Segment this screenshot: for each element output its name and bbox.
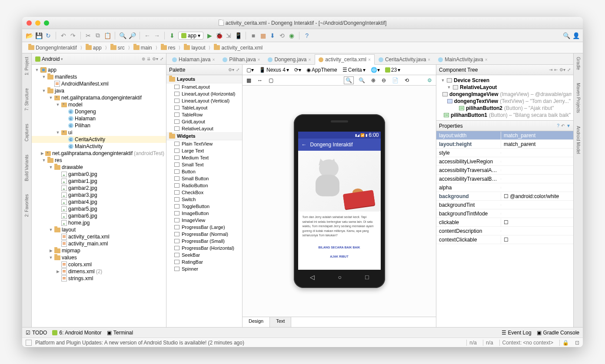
expand-icon[interactable]: ⇥ xyxy=(549,67,552,72)
tree-item[interactable]: activity_cerita.xml xyxy=(32,233,166,240)
avd-icon[interactable]: ▦ xyxy=(259,32,266,39)
gear-icon[interactable]: ⚙▾ xyxy=(228,67,234,72)
android-icon[interactable]: ◉ xyxy=(288,32,295,39)
replace-icon[interactable]: 🔎 xyxy=(129,32,136,39)
editor-tab[interactable]: activity_cerita.xml× xyxy=(315,54,375,65)
palette-item[interactable]: ProgressBar (Horizontal) xyxy=(166,245,242,251)
property-row[interactable]: clickable☐ xyxy=(436,218,573,227)
crumb[interactable]: layout xyxy=(181,44,208,52)
component-tree-item[interactable]: OKpilihanButton2 (Button) – "Ajak ribut" xyxy=(438,105,572,112)
palette-item[interactable]: ImageView xyxy=(166,217,242,224)
redo-icon[interactable]: ↷ xyxy=(70,32,76,39)
tree-item[interactable]: CMainActivity xyxy=(32,143,166,150)
open-icon[interactable]: 📂 xyxy=(26,32,33,39)
terminal-button[interactable]: ▣ Terminal xyxy=(107,330,133,336)
palette-item[interactable]: Large Text xyxy=(166,147,242,154)
palette-item[interactable]: Small Text xyxy=(166,161,242,168)
left-tool-tab[interactable]: 7: Structure xyxy=(24,86,29,113)
revert-icon[interactable]: ↶ xyxy=(561,123,565,128)
forward-icon[interactable]: → xyxy=(153,32,160,39)
palette-item[interactable]: CheckBox xyxy=(166,189,242,196)
project-view-select[interactable]: Android▾ xyxy=(34,56,64,63)
copy-icon[interactable]: ⧉ xyxy=(94,32,101,39)
api-select[interactable]: 23▾ xyxy=(384,66,402,73)
property-row[interactable]: background☐ @android:color/white xyxy=(436,192,573,201)
tree-item[interactable]: CDongeng xyxy=(32,108,166,115)
tree-item[interactable]: home.jpg xyxy=(32,219,166,226)
editor-tab[interactable]: MainActivity.java× xyxy=(434,54,491,64)
gradle-console-button[interactable]: ▣ Gradle Console xyxy=(537,330,579,336)
tree-item[interactable]: gambar6.jpg xyxy=(32,212,166,219)
device-icon[interactable]: 📱 xyxy=(235,32,242,39)
editor-tab[interactable]: Dongeng.java× xyxy=(264,54,315,64)
property-row[interactable]: accessibilityLiveRegion xyxy=(436,157,573,166)
project-tree[interactable]: ▼app▼manifestsAndroidManifest.xml▼java▼n… xyxy=(32,65,166,327)
palette-item[interactable]: Spinner xyxy=(166,265,242,272)
tree-item[interactable]: ▶net.galihpratama.dongenginteraktif (and… xyxy=(32,150,166,157)
tree-item[interactable]: gambar2.jpg xyxy=(32,185,166,192)
palette-item[interactable]: Small Button xyxy=(166,175,242,182)
tree-item[interactable]: gambar1.jpg xyxy=(32,178,166,185)
property-row[interactable]: layout:widthmatch_parent xyxy=(436,131,573,140)
settings-icon[interactable]: ⚙ xyxy=(426,77,433,84)
search-icon[interactable]: 🔍 xyxy=(563,32,570,39)
editor-tab[interactable]: Halaman.java× xyxy=(168,54,219,64)
left-tool-tab[interactable]: Build Variants xyxy=(24,153,29,183)
device-select[interactable]: 📱 Nexus 4 ▾ xyxy=(258,66,290,73)
editor-tab[interactable]: CeritaActivity.java× xyxy=(375,54,434,64)
help-icon[interactable]: ? xyxy=(557,123,560,128)
tree-item[interactable]: CPilihan xyxy=(32,122,166,129)
goto-icon[interactable]: ⊡ xyxy=(575,340,579,346)
editor-tab[interactable]: Pilihan.java× xyxy=(219,54,264,64)
tree-item[interactable]: ▼net.galihpratama.dongenginteraktif xyxy=(32,94,166,101)
palette-item[interactable]: ImageButton xyxy=(166,210,242,217)
tree-item[interactable]: gambar3.jpg xyxy=(32,192,166,199)
tree-item[interactable]: ▼ui xyxy=(32,129,166,136)
device-dropdown[interactable]: ▢▾ xyxy=(245,66,255,73)
sync-icon[interactable]: ↻ xyxy=(45,32,52,39)
tree-item[interactable]: strings.xml xyxy=(32,275,166,282)
palette-item[interactable]: ProgressBar (Small) xyxy=(166,238,242,245)
palette-item[interactable]: RadioButton xyxy=(166,182,242,189)
tree-item[interactable]: ▼layout xyxy=(32,226,166,233)
paste-icon[interactable]: 📋 xyxy=(104,32,111,39)
toggle-icon[interactable]: ↔ xyxy=(256,77,264,84)
component-tree-item[interactable]: OKpilihanButton1 (Button) – "Bilang seca… xyxy=(438,112,572,119)
orientation-icon[interactable]: ⟳▾ xyxy=(293,66,302,73)
palette-item[interactable]: LinearLayout (Vertical) xyxy=(166,97,242,104)
tree-item[interactable]: ▼model xyxy=(32,101,166,108)
zoom-fit-icon[interactable]: 🔍 xyxy=(344,76,354,84)
component-tree-item[interactable]: dongengTextView (TextView) – "Tom dan Je… xyxy=(438,98,572,105)
property-row[interactable]: style xyxy=(436,149,573,157)
palette-item[interactable]: FrameLayout xyxy=(166,83,242,90)
back-icon[interactable]: ← xyxy=(144,32,151,39)
tree-item[interactable]: ▼app xyxy=(32,66,166,73)
right-tool-tab[interactable]: Gradle xyxy=(576,55,581,72)
gear-icon[interactable]: ⚙▾ xyxy=(559,67,565,72)
theme-select[interactable]: ◉AppTheme xyxy=(305,66,339,73)
property-row[interactable]: contentDescription xyxy=(436,227,573,235)
collapse-icon[interactable]: ⇊ xyxy=(147,56,150,61)
cap-icon[interactable]: ⟲ xyxy=(403,77,410,84)
left-tool-tab[interactable]: 2: Favorites xyxy=(24,192,29,218)
design-tab[interactable]: Text xyxy=(270,317,291,327)
debug-icon[interactable]: 🐞 xyxy=(216,32,223,39)
property-row[interactable]: backgroundTint xyxy=(436,201,573,209)
zoom-in-icon[interactable]: ⊕ xyxy=(370,77,377,84)
hide-icon[interactable]: ⤢ xyxy=(567,67,571,72)
preview-canvas[interactable]: ▮◢ 📶 ▮ 6:00 ←Dongeng Interaktif xyxy=(243,86,436,317)
component-tree-item[interactable]: ▼RelativeLayout xyxy=(438,84,572,91)
tree-item[interactable]: gambar0.jpg xyxy=(32,171,166,178)
zoom-actual-icon[interactable]: 🔍 xyxy=(357,77,366,84)
sdk-icon[interactable]: ⬇ xyxy=(269,32,276,39)
render-icon[interactable]: ▦ xyxy=(245,77,253,84)
add-icon[interactable]: ⊕ xyxy=(142,56,145,61)
tree-item[interactable]: colors.xml xyxy=(32,261,166,268)
tree-item[interactable]: ▼values xyxy=(32,254,166,261)
left-tool-tab[interactable]: 1: Project xyxy=(24,55,29,77)
make-icon[interactable]: ⬇ xyxy=(169,32,176,39)
stop-icon[interactable]: ■ xyxy=(250,32,257,39)
property-row[interactable]: backgroundTintMode xyxy=(436,209,573,218)
activity-select[interactable]: ☰ Cerita▾ xyxy=(341,66,367,73)
tree-item[interactable]: gambar4.jpg xyxy=(32,199,166,205)
